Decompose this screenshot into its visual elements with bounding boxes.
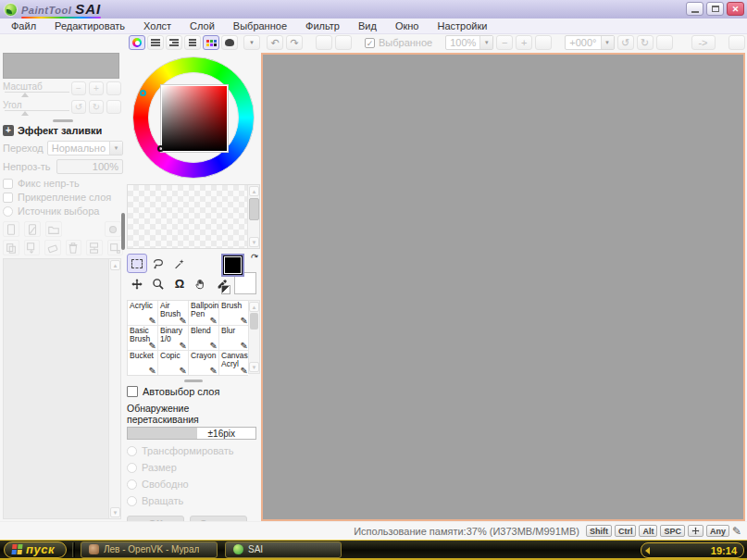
- taskbar-item-openvk[interactable]: Лев - OpenVK - Мурал: [81, 541, 218, 558]
- invert-selection-button[interactable]: [335, 35, 352, 50]
- taskbar-item-sai[interactable]: SAI: [225, 541, 342, 558]
- auto-select-layer-checkbox[interactable]: Автовыбор слоя: [127, 386, 260, 397]
- rotate-ccw-button[interactable]: ↺: [617, 35, 634, 50]
- saturation-value-square[interactable]: [161, 85, 228, 152]
- stabilizer-icon-button[interactable]: [728, 35, 745, 50]
- fix-opacity-checkbox[interactable]: Фикс непр-ть: [3, 178, 123, 189]
- drag-detection-slider[interactable]: ±16pix: [127, 427, 256, 440]
- scroll-thumb[interactable]: [249, 198, 259, 220]
- layer-list[interactable]: ▲ ▼: [3, 258, 121, 519]
- undo-button[interactable]: ↶: [267, 35, 283, 50]
- chevron-down-icon[interactable]: ▼: [601, 36, 614, 49]
- brush-brush[interactable]: Brush✎: [219, 301, 249, 325]
- copy-layer-button[interactable]: [3, 240, 19, 255]
- close-button[interactable]: ✕: [727, 2, 744, 16]
- chevron-down-icon[interactable]: ▼: [109, 142, 122, 155]
- color-wheel-mode-button[interactable]: [129, 35, 145, 50]
- scale-slider-handle[interactable]: [21, 93, 29, 97]
- nav-rotate-cw-button[interactable]: ↻: [89, 100, 104, 114]
- tool-hand[interactable]: [191, 274, 211, 293]
- fill-effect-header[interactable]: + Эффект заливки: [3, 125, 123, 136]
- redo-button[interactable]: ↷: [286, 35, 303, 50]
- zoom-out-button[interactable]: −: [496, 35, 513, 50]
- rgb-slider-mode-button[interactable]: [147, 35, 164, 50]
- opacity-field[interactable]: 100%: [56, 159, 123, 174]
- menu-file[interactable]: Файл: [2, 19, 45, 33]
- brush-blend[interactable]: Blend✎: [189, 326, 218, 350]
- minimize-button[interactable]: [686, 2, 703, 16]
- selection-visible-checkbox[interactable]: ✓ Выбранное: [365, 37, 432, 48]
- tool-lasso[interactable]: [148, 254, 168, 273]
- angle-slider[interactable]: [5, 110, 69, 111]
- zoom-in-button[interactable]: +: [516, 35, 532, 50]
- delete-layer-button[interactable]: [66, 240, 82, 255]
- merge-down-button[interactable]: [86, 240, 103, 255]
- radio-transform[interactable]: Трансформировать: [127, 445, 260, 456]
- maximize-button[interactable]: [706, 2, 724, 16]
- swap-colors-icon[interactable]: ↷: [249, 251, 260, 263]
- tool-move[interactable]: [127, 274, 147, 293]
- tray-collapse-icon[interactable]: [645, 547, 650, 554]
- brush-crayon[interactable]: Crayon✎: [189, 351, 218, 375]
- canvas-area[interactable]: [261, 53, 745, 521]
- scale-slider[interactable]: [5, 92, 69, 93]
- panel-splitter-handle[interactable]: [121, 213, 125, 250]
- clear-layer-button[interactable]: [44, 240, 61, 255]
- scratchpad[interactable]: ▲ ▼: [127, 184, 260, 249]
- menu-layer[interactable]: Слой: [181, 19, 224, 33]
- menu-view[interactable]: Вид: [349, 19, 386, 33]
- radio-rotate[interactable]: Вращать: [127, 495, 260, 506]
- clipping-checkbox[interactable]: Прикрепление слоя: [3, 192, 123, 203]
- scroll-thumb[interactable]: [250, 313, 258, 330]
- zoom-combo[interactable]: 100% ▼: [445, 35, 493, 50]
- tool-rotate-view[interactable]: Ω: [169, 274, 190, 293]
- nav-zoom-reset-button[interactable]: [106, 81, 121, 95]
- brush-copic[interactable]: Copic✎: [158, 351, 188, 375]
- chevron-down-icon[interactable]: ▼: [479, 36, 492, 49]
- hsv-slider-mode-button[interactable]: [166, 35, 182, 50]
- brush-basic-brush[interactable]: Basic Brush✎: [128, 326, 157, 350]
- hue-marker[interactable]: [140, 90, 146, 96]
- scroll-down-icon[interactable]: ▼: [110, 507, 120, 517]
- tool-magic-wand[interactable]: [169, 254, 190, 273]
- color-mixer-mode-button[interactable]: [221, 35, 238, 50]
- angle-slider-handle[interactable]: [21, 111, 29, 116]
- scratchpad-scrollbar[interactable]: ▲ ▼: [247, 185, 259, 248]
- menu-filter[interactable]: Фильтр: [296, 19, 349, 33]
- nav-zoom-in-button[interactable]: +: [89, 81, 104, 95]
- brush-panel-resize-handle[interactable]: [184, 380, 203, 382]
- selection-source-radio[interactable]: Источник выбора: [3, 205, 123, 217]
- sv-marker[interactable]: [157, 145, 164, 152]
- menu-canvas[interactable]: Холст: [134, 19, 181, 33]
- brush-air-brush[interactable]: Air Brush✎: [158, 301, 188, 325]
- brush-binary[interactable]: Binary 1/0✎: [158, 326, 188, 350]
- radio-scale[interactable]: Размер: [127, 462, 260, 473]
- scroll-up-icon[interactable]: ▲: [110, 260, 120, 270]
- layer-list-vscrollbar[interactable]: ▲ ▼: [108, 259, 120, 518]
- scroll-down-icon[interactable]: ▼: [249, 237, 259, 247]
- reset-colors-icon[interactable]: [221, 285, 230, 294]
- slider-mode-button[interactable]: [184, 35, 201, 50]
- radio-free[interactable]: Свободно: [127, 479, 260, 490]
- color-panel-dropdown-button[interactable]: ▼: [243, 35, 260, 50]
- nav-rotate-reset-button[interactable]: [106, 100, 121, 114]
- brush-blur[interactable]: Blur✎: [219, 326, 249, 350]
- tool-empty-slot-1[interactable]: [191, 254, 211, 273]
- brush-scrollbar[interactable]: ▲ ▼: [248, 300, 260, 374]
- layer-mask-button[interactable]: [105, 221, 121, 237]
- menu-selection[interactable]: Выбранное: [224, 19, 296, 33]
- rotate-reset-button[interactable]: [656, 35, 673, 50]
- brush-acrylic[interactable]: Acrylic✎: [128, 301, 157, 325]
- menu-edit[interactable]: Редактировать: [45, 19, 134, 33]
- navigator-preview[interactable]: [3, 53, 119, 79]
- swatches-mode-button[interactable]: [203, 35, 219, 50]
- new-layer-button[interactable]: [3, 221, 19, 237]
- nav-zoom-out-button[interactable]: −: [71, 81, 86, 95]
- angle-combo[interactable]: +000° ▼: [565, 35, 614, 50]
- scroll-down-icon[interactable]: ▼: [249, 362, 259, 372]
- brush-bucket[interactable]: Bucket✎: [128, 351, 157, 375]
- deselect-button[interactable]: [316, 35, 332, 50]
- rotate-cw-button[interactable]: ↻: [637, 35, 654, 50]
- scroll-up-icon[interactable]: ▲: [249, 186, 259, 196]
- blend-mode-combo[interactable]: Нормально ▼: [47, 141, 123, 156]
